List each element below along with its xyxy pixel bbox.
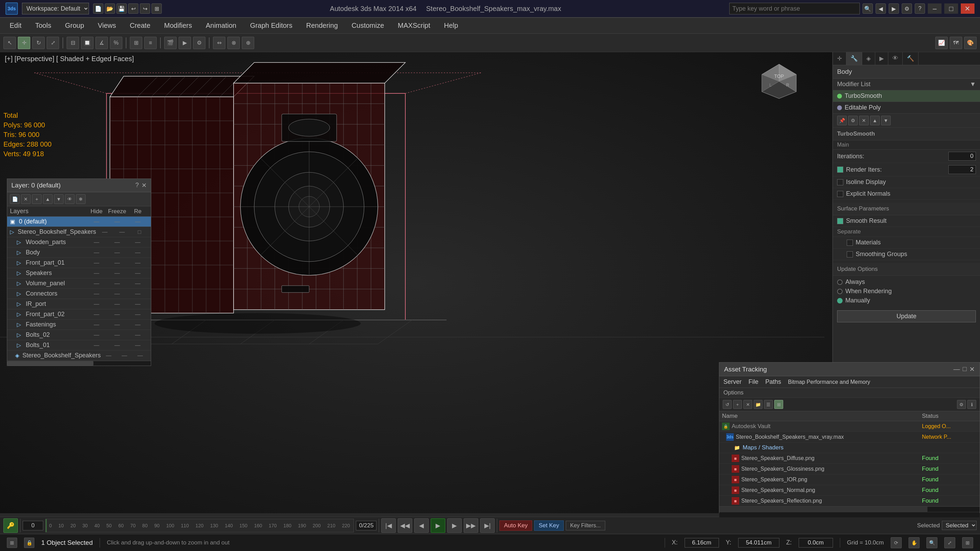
- layer-item-12[interactable]: ▷ Bolts_01 — — —: [7, 340, 151, 351]
- angle-snap-tool[interactable]: ∡: [95, 37, 108, 49]
- menu-graph-editors[interactable]: Graph Editors: [244, 19, 299, 32]
- asset-row-maps[interactable]: 📁 Maps / Shaders: [719, 443, 980, 453]
- key-filters-btn[interactable]: Key Filters...: [566, 521, 605, 530]
- close-button[interactable]: ✕: [961, 3, 975, 14]
- asset-row-t2[interactable]: ■ Stereo_Speakers_Glossiness.png Found: [719, 464, 980, 475]
- layer-tool[interactable]: ≡: [144, 37, 157, 49]
- z-value[interactable]: 0.0cm: [799, 538, 833, 548]
- timeline-start[interactable]: 0: [23, 521, 43, 530]
- asset-row-vault[interactable]: 🔒 Autodesk Vault Logged O...: [719, 421, 980, 432]
- asset-info-btn[interactable]: ℹ: [967, 400, 976, 409]
- explicit-normals-checkbox[interactable]: [837, 191, 843, 197]
- y-value[interactable]: 54.011cm: [738, 538, 780, 548]
- asset-maximize-btn[interactable]: □: [963, 365, 967, 373]
- save-file-icon[interactable]: 💾: [116, 3, 127, 14]
- timeline-track[interactable]: 0 10 20 30 40 50 60 70 80 90 100 110 120…: [45, 519, 354, 532]
- next-key-btn[interactable]: ▶▶: [464, 518, 478, 533]
- layer-item-2[interactable]: ▷ Wooden_parts — — —: [7, 237, 151, 248]
- maximize-button[interactable]: □: [944, 3, 958, 14]
- menu-views[interactable]: Views: [92, 19, 122, 32]
- layer-item-0[interactable]: ▣ 0 (default) — — —: [7, 217, 151, 227]
- new-file-icon[interactable]: 📄: [93, 3, 103, 14]
- layer-item-11[interactable]: ▷ Bolts_02 — — —: [7, 330, 151, 340]
- quick-render-tool[interactable]: ▶: [179, 37, 191, 49]
- render-iters-checkbox[interactable]: [837, 167, 843, 173]
- layers-move-down-btn[interactable]: ▼: [54, 194, 64, 204]
- isoline-checkbox[interactable]: [837, 179, 843, 186]
- layers-delete-btn[interactable]: ✕: [21, 194, 30, 204]
- material-editor-tool[interactable]: 🎨: [964, 37, 977, 49]
- align-tool[interactable]: ⊞: [130, 37, 142, 49]
- pan-btn[interactable]: ✋: [908, 537, 920, 548]
- zoom-btn[interactable]: 🔍: [926, 537, 937, 548]
- when-rendering-radio[interactable]: When Rendering: [837, 288, 976, 295]
- asset-options-label[interactable]: Options: [724, 389, 744, 396]
- grid-icon[interactable]: ⊞: [7, 538, 17, 548]
- orbit-btn[interactable]: ⟳: [891, 537, 902, 548]
- snap-tool[interactable]: 🔲: [81, 37, 94, 49]
- layer-item-1[interactable]: ▷ Stereo_Bookshelf_Speakers — — □: [7, 227, 151, 237]
- asset-row-max[interactable]: 3ds Stereo_Bookshelf_Speakers_max_vray.m…: [719, 432, 980, 443]
- rotate-tool[interactable]: ↻: [32, 37, 45, 49]
- iterations-input[interactable]: [948, 152, 976, 161]
- layers-scrollbar[interactable]: [7, 361, 151, 365]
- asset-row-t1[interactable]: ■ Stereo_Speakers_Diffuse.png Found: [719, 453, 980, 464]
- open-file-icon[interactable]: 📂: [105, 3, 115, 14]
- layer-item-6[interactable]: ▷ Volume_panel — — —: [7, 278, 151, 289]
- layer-item-5[interactable]: ▷ Speakers — — —: [7, 268, 151, 278]
- rp-tab-utilities[interactable]: 🔨: [903, 52, 918, 65]
- always-radio-btn[interactable]: [837, 279, 843, 285]
- asset-minimize-btn[interactable]: —: [953, 365, 960, 373]
- percent-snap-tool[interactable]: %: [110, 37, 122, 49]
- mod-down-btn[interactable]: ▼: [881, 116, 891, 125]
- layers-move-up-btn[interactable]: ▲: [43, 194, 52, 204]
- curve-editor-tool[interactable]: 📈: [935, 37, 948, 49]
- layers-new-btn[interactable]: 📄: [10, 194, 19, 204]
- clone-tool[interactable]: ⊕: [242, 37, 254, 49]
- layers-help-btn[interactable]: ?: [135, 182, 139, 189]
- menu-group[interactable]: Group: [59, 19, 90, 32]
- minimize-button[interactable]: –: [928, 3, 942, 14]
- layer-item-3[interactable]: ▷ Body — — —: [7, 248, 151, 258]
- asset-menu-bitmap[interactable]: Bitmap Performance and Memory: [788, 379, 870, 385]
- lock-icon[interactable]: 🔒: [24, 538, 34, 548]
- menu-rendering[interactable]: Rendering: [300, 19, 344, 32]
- smoothing-groups-checkbox[interactable]: [847, 251, 853, 257]
- selected-dropdown[interactable]: Selected: [942, 521, 977, 530]
- array-tool[interactable]: ⊗: [228, 37, 240, 49]
- asset-menu-paths[interactable]: Paths: [765, 378, 781, 386]
- settings-icon[interactable]: ⚙: [902, 3, 912, 14]
- workspace-select[interactable]: Workspace: Default: [22, 3, 89, 14]
- menu-help[interactable]: Help: [438, 19, 465, 32]
- modifier-editable-poly[interactable]: Editable Poly: [833, 102, 980, 114]
- layers-close-btn[interactable]: ✕: [142, 182, 147, 189]
- layers-hide-all-btn[interactable]: 👁: [65, 194, 75, 204]
- select-tool[interactable]: ↖: [3, 37, 16, 49]
- asset-settings2-btn[interactable]: ⚙: [957, 400, 966, 409]
- manually-radio-btn[interactable]: [837, 298, 843, 303]
- menu-modifiers[interactable]: Modifiers: [158, 19, 198, 32]
- materials-checkbox[interactable]: [847, 240, 853, 246]
- rp-tab-modify[interactable]: 🔧: [846, 52, 862, 65]
- asset-refresh-btn[interactable]: ↺: [723, 400, 732, 409]
- render-iters-input[interactable]: [948, 165, 976, 174]
- scale-tool[interactable]: ⤢: [47, 37, 59, 49]
- menu-customize[interactable]: Customize: [345, 19, 390, 32]
- menu-animation[interactable]: Animation: [200, 19, 242, 32]
- layer-item-13[interactable]: ◈ Stereo_Bookshelf_Speakers — — —: [7, 351, 151, 361]
- move-tool[interactable]: ✛: [18, 37, 30, 49]
- mod-delete-btn[interactable]: ✕: [859, 116, 869, 125]
- asset-menu-server[interactable]: Server: [724, 378, 741, 386]
- redo-icon[interactable]: ↪: [140, 3, 150, 14]
- asset-hscrollbar[interactable]: [719, 507, 980, 512]
- menu-tools[interactable]: Tools: [29, 19, 57, 32]
- layer-item-8[interactable]: ▷ IR_port — — —: [7, 299, 151, 309]
- menu-edit[interactable]: Edit: [3, 19, 27, 32]
- play-btn[interactable]: ▶: [431, 518, 445, 533]
- layers-freeze-all-btn[interactable]: ❄: [76, 194, 86, 204]
- schematic-view-tool[interactable]: 🗺: [950, 37, 962, 49]
- asset-row-t5[interactable]: ■ Stereo_Speakers_Reflection.png Found: [719, 496, 980, 507]
- prev-key-btn[interactable]: ◀◀: [398, 518, 412, 533]
- render-tool[interactable]: 🎬: [164, 37, 177, 49]
- asset-row-t3[interactable]: ■ Stereo_Speakers_IOR.png Found: [719, 475, 980, 485]
